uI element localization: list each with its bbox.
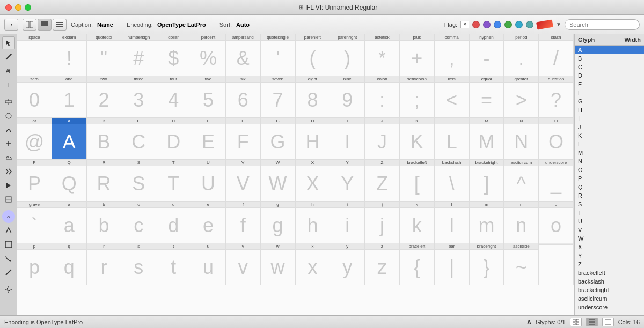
color-cyan[interactable] <box>515 21 523 28</box>
glyph-cell-less[interactable]: less< <box>435 76 470 118</box>
glyph-cell-percent[interactable]: percent% <box>191 34 226 76</box>
glyph-list-item-A[interactable]: A <box>575 46 644 54</box>
glyph-cell-eight[interactable]: eight8 <box>296 76 331 118</box>
glyph-cell-m[interactable]: mm <box>470 202 504 243</box>
glyph-list-item-T[interactable]: T <box>575 208 644 217</box>
glyph-cell-braceright[interactable]: braceright} <box>470 243 504 285</box>
glyph-list-item-K[interactable]: K <box>575 131 644 140</box>
glyph-cell-u[interactable]: uu <box>191 243 226 285</box>
glyph-cell-backslash[interactable]: backslash\ <box>435 160 470 202</box>
glyph-list-item-P[interactable]: P <box>575 174 644 183</box>
glyph-list-item-L[interactable]: L <box>575 140 644 148</box>
color-green[interactable] <box>504 21 512 28</box>
glyph-cell-question[interactable]: question? <box>539 76 574 118</box>
glyph-cell-t[interactable]: tt <box>156 243 191 285</box>
color-purple[interactable] <box>483 21 491 28</box>
glyph-list-item-underscore[interactable]: underscore <box>575 303 644 311</box>
glyph-cell-semicolon[interactable]: semicolon; <box>400 76 435 118</box>
tool-12[interactable] <box>2 193 15 206</box>
view-grid-button[interactable] <box>38 19 52 31</box>
glyph-cell-Q[interactable]: QQ <box>52 160 87 202</box>
glyph-cell-c[interactable]: cc <box>121 202 156 243</box>
glyph-cell-bracketright[interactable]: bracketright] <box>470 160 504 202</box>
glyph-cell-underscore[interactable]: underscore_ <box>539 160 574 202</box>
glyph-cell-braceleft[interactable]: braceleft{ <box>400 243 435 285</box>
color-teal[interactable] <box>526 21 533 28</box>
tool-5[interactable] <box>2 95 15 108</box>
glyph-cell-j[interactable]: jj <box>365 202 400 243</box>
glyph-list-item-G[interactable]: G <box>575 97 644 106</box>
glyph-cell-S[interactable]: SS <box>121 160 156 202</box>
glyph-cell-zero[interactable]: zero0 <box>17 76 52 118</box>
glyph-cell-D[interactable]: DD <box>156 118 191 160</box>
search-input[interactable] <box>565 19 640 30</box>
glyph-cell-numbersign[interactable]: numbersign# <box>121 34 156 76</box>
glyph-cell-T[interactable]: TT <box>156 160 191 202</box>
glyph-list-item-F[interactable]: F <box>575 88 644 97</box>
minimize-button[interactable] <box>15 4 21 11</box>
glyph-cell-colon[interactable]: colon: <box>365 76 400 118</box>
glyph-cell-p[interactable]: pp <box>17 243 52 285</box>
glyph-list-item-Q[interactable]: Q <box>575 183 644 191</box>
glyph-cell-x[interactable]: xx <box>296 243 331 285</box>
tool-13[interactable] <box>2 224 15 237</box>
tool-9[interactable] <box>2 151 15 164</box>
glyph-cell-K[interactable]: KK <box>400 118 435 160</box>
glyph-cell-empty[interactable] <box>539 243 574 285</box>
flag-box[interactable]: ✕ <box>460 21 469 28</box>
glyph-cell-at[interactable]: at@ <box>17 118 52 160</box>
glyph-list-item-U[interactable]: U <box>575 217 644 226</box>
tool-11[interactable] <box>2 179 15 192</box>
glyph-cell-asciicircum[interactable]: asciicircum^ <box>504 160 539 202</box>
glyph-cell-n[interactable]: nn <box>504 202 539 243</box>
glyph-cell-ampersand[interactable]: ampersand& <box>226 34 261 76</box>
color-red[interactable] <box>472 21 480 28</box>
glyph-cell-I[interactable]: II <box>330 118 365 160</box>
glyph-list-item-V[interactable]: V <box>575 226 644 234</box>
glyph-cell-A[interactable]: AA <box>52 118 87 160</box>
glyph-cell-hyphen[interactable]: hyphen- <box>470 34 504 76</box>
glyph-cell-asciitilde[interactable]: asciitilde~ <box>504 243 539 285</box>
maximize-button[interactable] <box>25 4 31 11</box>
glyph-cell-four[interactable]: four4 <box>156 76 191 118</box>
view-list-button[interactable] <box>53 19 67 31</box>
color-dropdown-arrow[interactable]: ▼ <box>556 21 561 27</box>
close-button[interactable] <box>5 4 12 11</box>
view-small-button[interactable] <box>570 318 582 326</box>
glyph-cell-exclam[interactable]: exclam! <box>52 34 87 76</box>
glyph-list-item-bracketright[interactable]: bracketright <box>575 286 644 294</box>
glyph-cell-slash[interactable]: slash/ <box>539 34 574 76</box>
glyph-cell-U[interactable]: UU <box>191 160 226 202</box>
glyph-cell-quotedbl[interactable]: quotedbl" <box>87 34 122 76</box>
glyph-list-item-N[interactable]: N <box>575 157 644 166</box>
glyph-cell-J[interactable]: JJ <box>365 118 400 160</box>
glyph-cell-w[interactable]: ww <box>261 243 296 285</box>
glyph-list-item-M[interactable]: M <box>575 148 644 157</box>
glyph-cell-G[interactable]: GG <box>261 118 296 160</box>
glyph-cell-L[interactable]: LL <box>435 118 470 160</box>
glyph-cell-P[interactable]: PP <box>17 160 52 202</box>
glyph-list-item-X[interactable]: X <box>575 243 644 251</box>
glyph-list-item-asciicircum[interactable]: asciicircum <box>575 294 644 303</box>
glyph-list-item-bracketleft[interactable]: bracketleft <box>575 269 644 277</box>
glyph-cell-equal[interactable]: equal= <box>470 76 504 118</box>
glyph-cell-E[interactable]: EE <box>191 118 226 160</box>
glyph-list-item-O[interactable]: O <box>575 166 644 174</box>
glyph-cell-h[interactable]: hh <box>296 202 331 243</box>
color-blue[interactable] <box>494 21 501 28</box>
glyph-cell-o[interactable]: oo <box>539 202 574 243</box>
glyph-list-item-backslash[interactable]: backslash <box>575 277 644 286</box>
glyph-list-item-R[interactable]: R <box>575 191 644 200</box>
glyph-cell-q[interactable]: qq <box>52 243 87 285</box>
tool-10[interactable] <box>2 165 15 178</box>
glyph-cell-C[interactable]: CC <box>121 118 156 160</box>
select-tool[interactable] <box>2 36 15 49</box>
glyph-cell-e[interactable]: ee <box>191 202 226 243</box>
glyph-cell-greater[interactable]: greater> <box>504 76 539 118</box>
glyph-cell-g[interactable]: gg <box>261 202 296 243</box>
glyph-list-item-W[interactable]: W <box>575 234 644 243</box>
glyph-cell-asterisk[interactable]: asterisk* <box>365 34 400 76</box>
glyph-cell-B[interactable]: BB <box>87 118 122 160</box>
tool-15[interactable] <box>2 252 15 265</box>
glyph-cell-parenright[interactable]: parenright) <box>330 34 365 76</box>
